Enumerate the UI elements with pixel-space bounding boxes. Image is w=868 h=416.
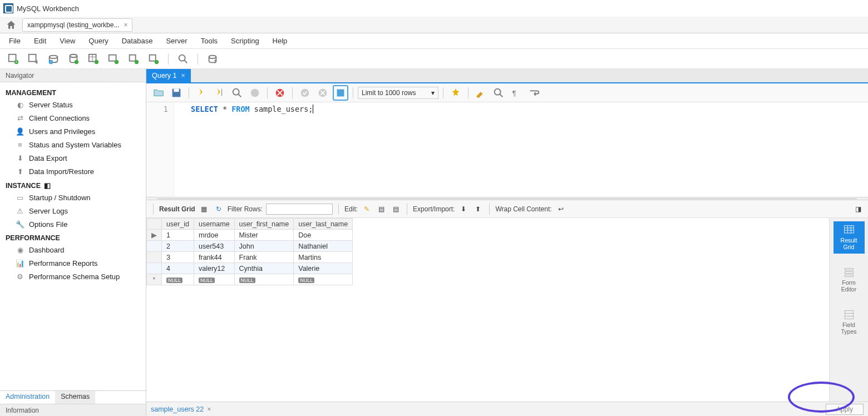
grid-icon[interactable]: ▦ (199, 204, 210, 215)
rtab-result-grid[interactable]: Result Grid (834, 221, 865, 254)
new-function-icon[interactable] (146, 51, 161, 67)
beautify-icon[interactable] (448, 85, 463, 101)
nav-client-connections[interactable]: ⇄Client Connections (0, 111, 146, 125)
svg-point-14 (115, 60, 119, 63)
apply-button[interactable]: Apply (826, 404, 864, 415)
gear-icon: ⚙ (16, 272, 24, 281)
svg-point-27 (251, 88, 259, 97)
menu-help[interactable]: Help (266, 34, 294, 47)
table-row-null[interactable]: *NULLNULLNULLNULL (147, 274, 353, 285)
menu-query[interactable]: Query (82, 34, 115, 47)
home-icon[interactable] (3, 19, 19, 31)
sql-editor[interactable]: 1 SELECT * FROM sample_users; (146, 102, 868, 197)
panel-toggle-icon[interactable]: ◨ (852, 204, 864, 215)
col-first-name[interactable]: user_first_name (234, 219, 294, 230)
information-header: Information (0, 404, 146, 416)
svg-point-4 (50, 55, 58, 58)
insert-row-icon[interactable]: ▤ (376, 204, 387, 215)
result-tabbar: sample_users 22 × Apply (146, 402, 868, 416)
svg-rect-17 (150, 55, 156, 61)
wrap-icon[interactable] (526, 85, 542, 101)
new-table-icon[interactable] (86, 51, 101, 67)
query-tab[interactable]: Query 1 × (146, 69, 191, 82)
col-user-id[interactable]: user_id (162, 219, 194, 230)
open-file-icon[interactable] (151, 85, 166, 101)
brush-icon[interactable] (473, 85, 489, 101)
dashboard-icon: ◉ (16, 245, 24, 254)
new-sql-tab-icon[interactable]: + (6, 51, 21, 67)
col-username[interactable]: username (194, 219, 235, 230)
table-row[interactable]: 4valery12CynthiaValerie (147, 263, 353, 274)
separator (267, 87, 268, 98)
stop-icon[interactable] (247, 85, 263, 101)
menu-edit[interactable]: Edit (27, 34, 53, 47)
find-icon[interactable] (491, 85, 506, 101)
rtab-field-types[interactable]: Field Types (834, 306, 865, 338)
nav-server-status[interactable]: ◐Server Status (0, 98, 146, 111)
export-result-icon[interactable]: ⬇ (458, 204, 469, 215)
sql-code[interactable]: SELECT * FROM sample_users; (174, 102, 335, 197)
execute-icon[interactable] (194, 85, 209, 101)
section-performance: PERFORMANCE (0, 231, 146, 243)
table-row[interactable]: 3frank44FrankMartins (147, 252, 353, 263)
tab-administration[interactable]: Administration (0, 391, 55, 404)
nav-performance-reports[interactable]: 📊Performance Reports (0, 256, 146, 270)
result-tab-label[interactable]: sample_users 22 (151, 405, 204, 413)
filter-rows-input[interactable] (266, 204, 333, 215)
new-schema-icon[interactable] (66, 51, 81, 67)
new-procedure-icon[interactable] (126, 51, 141, 67)
splitter[interactable] (146, 197, 868, 200)
edit-icon[interactable]: ✎ (361, 204, 372, 215)
close-icon[interactable]: × (124, 21, 127, 29)
menu-server[interactable]: Server (159, 34, 194, 47)
svg-point-29 (301, 88, 309, 97)
menu-file[interactable]: File (2, 34, 27, 47)
row-limit-select[interactable]: Limit to 1000 rows ▾ (358, 87, 438, 99)
wrap-cell-icon[interactable]: ↩ (555, 204, 566, 215)
open-sql-file-icon[interactable] (26, 51, 41, 67)
table-row[interactable]: ▶1mrdoeMisterDoe (147, 230, 353, 241)
menu-view[interactable]: View (53, 34, 82, 47)
nav-users-privileges[interactable]: 👤Users and Privileges (0, 125, 146, 138)
invisible-chars-icon[interactable]: ¶ (509, 85, 524, 101)
nav-data-export[interactable]: ⬇Data Export (0, 151, 146, 165)
nav-startup-shutdown[interactable]: ▭Startup / Shutdown (0, 191, 146, 204)
svg-line-20 (185, 60, 188, 63)
table-row[interactable]: 2user543JohnNathaniel (147, 241, 353, 252)
menu-tools[interactable]: Tools (194, 34, 224, 47)
nav-options-file[interactable]: 🔧Options File (0, 217, 146, 231)
search-table-icon[interactable] (175, 51, 191, 67)
refresh-icon[interactable]: ↻ (213, 204, 224, 215)
import-result-icon[interactable]: ⬆ (472, 204, 484, 215)
menu-database[interactable]: Database (115, 34, 160, 47)
autocommit-icon[interactable] (333, 85, 348, 101)
nav-status-variables[interactable]: ≡Status and System Variables (0, 138, 146, 151)
connection-tab[interactable]: xamppmysql (testing_workbe... × (22, 18, 132, 32)
close-icon[interactable]: × (207, 405, 211, 413)
execute-cursor-icon[interactable] (211, 85, 227, 101)
nav-performance-schema[interactable]: ⚙Performance Schema Setup (0, 270, 146, 283)
rtab-form-editor[interactable]: Form Editor (834, 264, 865, 296)
close-icon[interactable]: × (181, 72, 185, 80)
svg-rect-41 (845, 271, 853, 273)
delete-row-icon[interactable]: ▤ (390, 204, 401, 215)
nav-server-logs[interactable]: ⚠Server Logs (0, 204, 146, 217)
rollback-icon[interactable] (315, 85, 331, 101)
new-view-icon[interactable] (106, 51, 121, 67)
nav-data-import[interactable]: ⬆Data Import/Restore (0, 165, 146, 178)
commit-icon[interactable] (297, 85, 313, 101)
app-logo-icon (3, 3, 13, 13)
export-icon: ⬇ (16, 153, 24, 162)
menu-scripting[interactable]: Scripting (224, 34, 266, 47)
save-icon[interactable] (169, 85, 184, 101)
no-limit-icon[interactable] (272, 85, 288, 101)
reconnect-icon[interactable] (205, 51, 220, 67)
inspector-icon[interactable]: i (46, 51, 61, 67)
explain-icon[interactable] (229, 85, 245, 101)
result-grid[interactable]: user_id username user_first_name user_la… (146, 218, 829, 402)
nav-dashboard[interactable]: ◉Dashboard (0, 243, 146, 256)
col-last-name[interactable]: user_last_name (294, 219, 353, 230)
main-toolbar: + i (0, 49, 868, 69)
tab-schemas[interactable]: Schemas (55, 391, 95, 404)
export-import-label: Export/Import: (413, 205, 455, 213)
